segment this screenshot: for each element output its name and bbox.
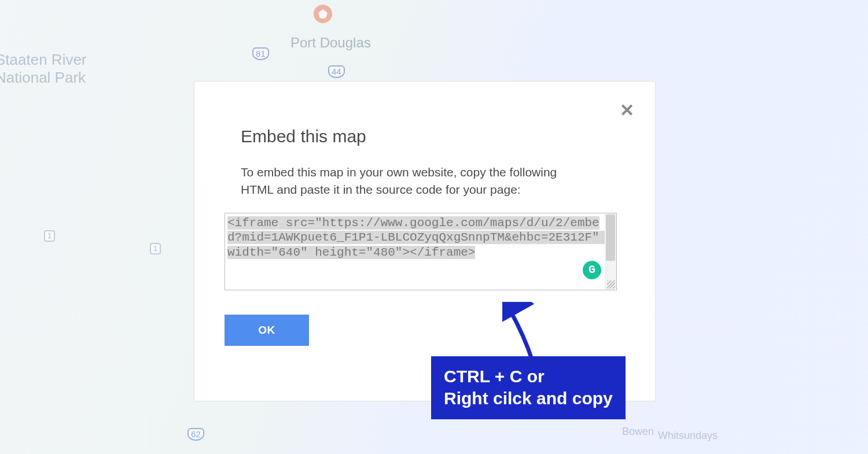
dialog-title: Embed this map bbox=[241, 127, 625, 146]
embed-map-dialog: ✕ Embed this map To embed this map in yo… bbox=[194, 82, 655, 401]
scrollbar-thumb[interactable] bbox=[606, 215, 615, 261]
dialog-description: To embed this map in your own website, c… bbox=[241, 164, 588, 199]
embed-code-selection: <iframe src="https://www.google.com/maps… bbox=[227, 216, 606, 259]
route-shield-1: 1 bbox=[150, 243, 161, 254]
annotation-callout: CTRL + C or Right cilck and copy bbox=[431, 356, 626, 419]
close-icon: ✕ bbox=[620, 100, 634, 120]
grammarly-icon[interactable]: G bbox=[583, 261, 601, 279]
map-label-whitsundays: Whitsundays bbox=[658, 430, 718, 442]
map-label-park: Staaten River National Park bbox=[0, 51, 87, 87]
scrollbar[interactable] bbox=[605, 213, 616, 290]
map-label-bowen: Bowen bbox=[622, 426, 654, 438]
resize-handle-icon[interactable] bbox=[607, 280, 615, 289]
highway-shield-81: 81 bbox=[252, 47, 269, 60]
map-label-port-douglas: Port Douglas bbox=[290, 35, 371, 51]
close-button[interactable]: ✕ bbox=[618, 101, 635, 119]
highway-shield-44: 44 bbox=[328, 65, 345, 78]
pin-icon bbox=[314, 5, 332, 23]
route-shield-1: 1 bbox=[44, 230, 55, 242]
embed-code-textarea[interactable]: <iframe src="https://www.google.com/maps… bbox=[225, 213, 617, 290]
highway-shield-62: 62 bbox=[187, 428, 204, 441]
ok-button[interactable]: OK bbox=[225, 315, 309, 346]
